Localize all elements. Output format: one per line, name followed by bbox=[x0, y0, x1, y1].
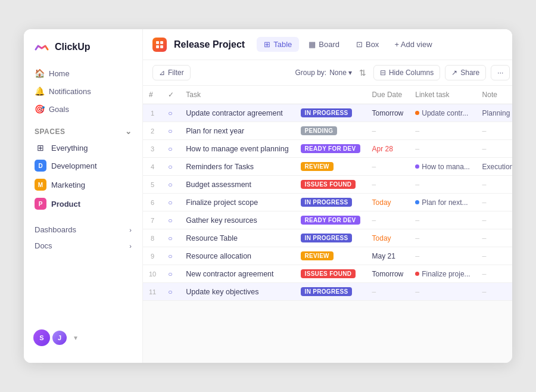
spaces-section: Spaces ⌄ ⊞ Everything D Development M Ma… bbox=[24, 117, 142, 216]
row-checkbox[interactable]: ○ bbox=[162, 265, 180, 283]
status-badge[interactable]: ISSUES FOUND bbox=[301, 269, 356, 278]
row-status[interactable]: READY FOR DEV bbox=[295, 140, 366, 158]
goals-label: Goals bbox=[49, 105, 69, 114]
status-badge[interactable]: IN PROGRESS bbox=[301, 287, 353, 296]
dashboards-section[interactable]: Dashboards › bbox=[29, 220, 138, 237]
table-row[interactable]: 7○Gather key resourcesREADY FOR DEV––– bbox=[143, 211, 512, 229]
row-checkbox[interactable]: ○ bbox=[162, 176, 180, 194]
row-status[interactable]: ISSUES FOUND bbox=[295, 265, 366, 283]
tab-box[interactable]: ⊡ Box bbox=[349, 37, 386, 52]
row-status[interactable]: REVIEW bbox=[295, 158, 366, 176]
row-checkbox[interactable]: ○ bbox=[162, 104, 180, 122]
table-row[interactable]: 1○Update contractor agreementIN PROGRESS… bbox=[143, 104, 512, 122]
row-linked-task[interactable]: Finalize proje... bbox=[409, 265, 476, 283]
sidebar-item-marketing[interactable]: M Marketing bbox=[29, 175, 138, 194]
table-row[interactable]: 6○Finalize project scopeIN PROGRESSToday… bbox=[143, 194, 512, 211]
table-row[interactable]: 11○Update key objectivesIN PROGRESS––– bbox=[143, 283, 512, 301]
row-checkbox[interactable]: ○ bbox=[162, 140, 180, 158]
row-checkbox[interactable]: ○ bbox=[162, 122, 180, 140]
check-icon: ○ bbox=[168, 163, 172, 171]
add-view-button[interactable]: + Add view bbox=[388, 37, 438, 52]
status-badge[interactable]: IN PROGRESS bbox=[301, 234, 353, 242]
row-task-name[interactable]: Finalize project scope bbox=[180, 194, 294, 211]
row-linked-task[interactable]: – bbox=[409, 283, 476, 301]
row-task-name[interactable]: Budget assessment bbox=[180, 176, 294, 194]
row-status[interactable]: REVIEW bbox=[295, 247, 366, 265]
svg-rect-1 bbox=[160, 41, 163, 44]
chevron-right-icon: › bbox=[129, 242, 132, 250]
row-linked-task[interactable]: Plan for next... bbox=[409, 194, 476, 211]
status-badge[interactable]: REVIEW bbox=[301, 162, 334, 171]
table-row[interactable]: 5○Budget assessmentISSUES FOUND––– bbox=[143, 176, 512, 194]
row-status[interactable]: IN PROGRESS bbox=[295, 283, 366, 301]
sidebar-item-everything[interactable]: ⊞ Everything bbox=[29, 139, 138, 156]
status-badge[interactable]: REVIEW bbox=[301, 251, 334, 260]
share-button[interactable]: ↗ Share bbox=[445, 65, 486, 80]
row-task-name[interactable]: Resource Table bbox=[180, 229, 294, 247]
chevron-down-icon[interactable]: ⌄ bbox=[125, 127, 132, 136]
row-checkbox[interactable]: ○ bbox=[162, 158, 180, 176]
sidebar-item-development[interactable]: D Development bbox=[29, 156, 138, 175]
row-linked-task[interactable]: How to mana... bbox=[409, 158, 476, 176]
filter-button[interactable]: ⊿ Filter bbox=[152, 65, 191, 80]
row-linked-task[interactable]: – bbox=[409, 211, 476, 229]
status-badge[interactable]: IN PROGRESS bbox=[301, 198, 353, 207]
table-row[interactable]: 8○Resource TableIN PROGRESSToday–– bbox=[143, 229, 512, 247]
group-by-value[interactable]: None ▾ bbox=[329, 69, 352, 77]
docs-section[interactable]: Docs › bbox=[29, 237, 138, 253]
row-task-name[interactable]: Update key objectives bbox=[180, 283, 294, 301]
row-linked-task[interactable]: – bbox=[409, 140, 476, 158]
tab-board[interactable]: ▦ Board bbox=[301, 37, 347, 52]
user-chevron-icon[interactable]: ▾ bbox=[74, 334, 77, 342]
status-badge[interactable]: READY FOR DEV bbox=[301, 144, 360, 153]
status-badge[interactable]: IN PROGRESS bbox=[301, 108, 353, 117]
status-badge[interactable]: PENDING bbox=[301, 126, 338, 135]
row-task-name[interactable]: Resource allocation bbox=[180, 247, 294, 265]
row-task-name[interactable]: How to manage event planning bbox=[180, 140, 294, 158]
row-linked-task[interactable]: Update contr... bbox=[409, 104, 476, 122]
tab-table[interactable]: ⊞ Table bbox=[257, 37, 299, 52]
row-status[interactable]: IN PROGRESS bbox=[295, 104, 366, 122]
status-badge[interactable]: ISSUES FOUND bbox=[301, 180, 356, 189]
sidebar-item-home[interactable]: 🏠 Home bbox=[29, 65, 138, 82]
row-status[interactable]: ISSUES FOUND bbox=[295, 176, 366, 194]
row-linked-task[interactable]: – bbox=[409, 247, 476, 265]
table-row[interactable]: 4○Reminders for TasksREVIEW–How to mana.… bbox=[143, 158, 512, 176]
row-task-name[interactable]: Plan for next year bbox=[180, 122, 294, 140]
row-linked-task[interactable]: – bbox=[409, 122, 476, 140]
sort-icon[interactable]: ⇅ bbox=[357, 66, 369, 80]
row-number: 2 bbox=[143, 122, 162, 140]
row-linked-task[interactable]: – bbox=[409, 176, 476, 194]
row-status[interactable]: IN PROGRESS bbox=[295, 229, 366, 247]
check-icon: ○ bbox=[168, 270, 172, 278]
more-button[interactable]: ··· bbox=[491, 65, 510, 80]
status-badge[interactable]: READY FOR DEV bbox=[301, 216, 360, 225]
row-status[interactable]: READY FOR DEV bbox=[295, 211, 366, 229]
row-number: 4 bbox=[143, 158, 162, 176]
table-row[interactable]: 9○Resource allocationREVIEWMay 21–– bbox=[143, 247, 512, 265]
row-status[interactable]: PENDING bbox=[295, 122, 366, 140]
logo[interactable]: ClickUp bbox=[24, 39, 142, 65]
clickup-logo-icon bbox=[33, 39, 50, 55]
sidebar-item-goals[interactable]: 🎯 Goals bbox=[29, 101, 138, 117]
table-row[interactable]: 10○New contractor agreementISSUES FOUNDT… bbox=[143, 265, 512, 283]
row-task-name[interactable]: Reminders for Tasks bbox=[180, 158, 294, 176]
row-task-name[interactable]: Gather key resources bbox=[180, 211, 294, 229]
row-status[interactable]: IN PROGRESS bbox=[295, 194, 366, 211]
table-row[interactable]: 2○Plan for next yearPENDING––– bbox=[143, 122, 512, 140]
row-checkbox[interactable]: ○ bbox=[162, 247, 180, 265]
row-checkbox[interactable]: ○ bbox=[162, 211, 180, 229]
row-linked-task[interactable]: – bbox=[409, 229, 476, 247]
hide-columns-button[interactable]: ⊟ Hide Columns bbox=[373, 65, 440, 80]
marketing-dot: M bbox=[35, 179, 46, 191]
row-task-name[interactable]: Update contractor agreement bbox=[180, 104, 294, 122]
row-checkbox[interactable]: ○ bbox=[162, 229, 180, 247]
table-row[interactable]: 3○How to manage event planningREADY FOR … bbox=[143, 140, 512, 158]
row-due-date: Apr 28 bbox=[366, 140, 410, 158]
row-checkbox[interactable]: ○ bbox=[162, 283, 180, 301]
sidebar-item-product[interactable]: P Product bbox=[29, 194, 138, 213]
check-icon: ○ bbox=[168, 145, 172, 153]
sidebar-item-notifications[interactable]: 🔔 Notifications bbox=[29, 83, 138, 99]
row-checkbox[interactable]: ○ bbox=[162, 194, 180, 211]
row-task-name[interactable]: New contractor agreement bbox=[180, 265, 294, 283]
